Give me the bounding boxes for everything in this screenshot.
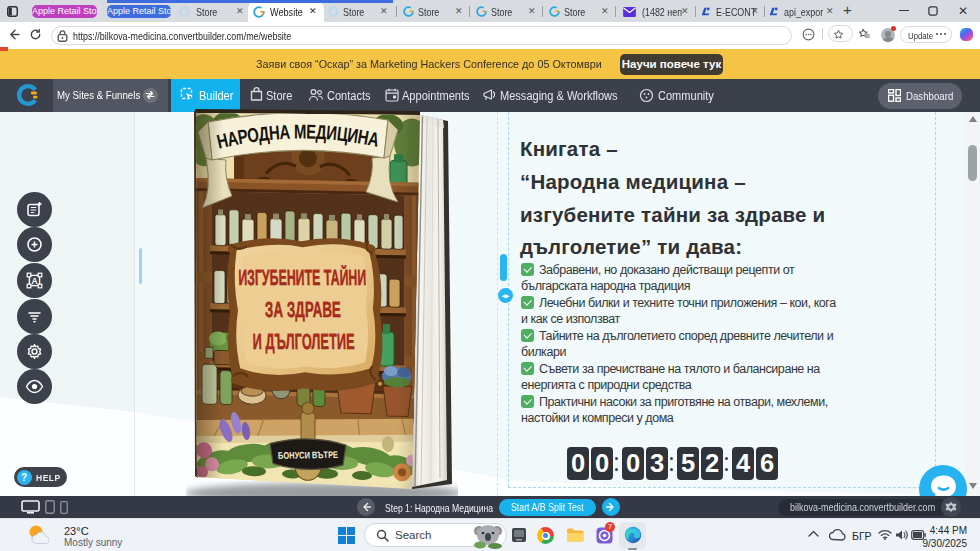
svg-text:A: A [31,276,37,286]
